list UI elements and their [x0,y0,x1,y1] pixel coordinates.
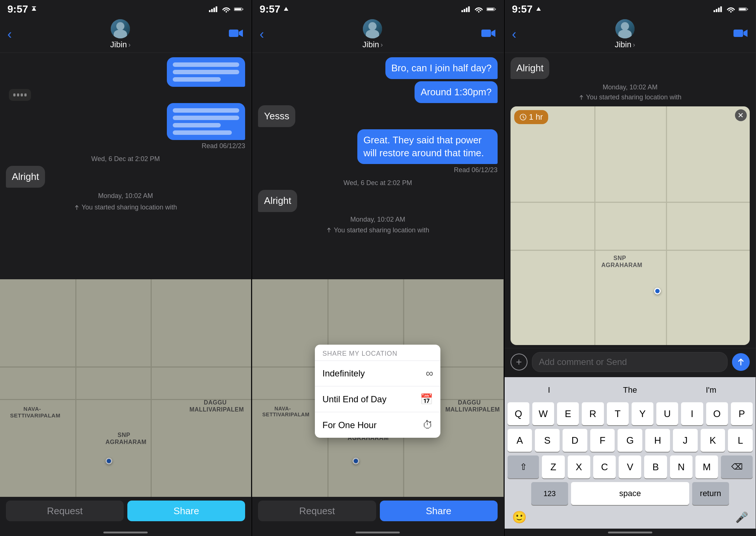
key-T[interactable]: T [607,402,629,425]
avatar-3[interactable] [615,19,635,38]
suggestion-I[interactable]: I [509,382,589,398]
key-J[interactable]: J [673,429,698,452]
back-button-2[interactable]: ‹ [260,27,264,42]
one-hour-badge[interactable]: 1 hr [514,110,548,124]
close-map-button[interactable]: ✕ [735,109,747,121]
plus-button-3[interactable]: + [511,354,528,371]
popup-item-end-of-day[interactable]: Until End of Day 📅 [315,386,440,412]
key-G[interactable]: G [618,429,642,452]
message-received-redacted-1 [6,89,245,101]
map-bg-3: SNPAGRAHARAM [511,106,750,345]
key-C[interactable]: C [593,455,616,478]
back-button-1[interactable]: ‹ [7,27,12,42]
popup-item-indefinitely[interactable]: Indefinitely ∞ [315,361,440,386]
key-A[interactable]: A [508,429,532,452]
key-X[interactable]: X [568,455,590,478]
popup-icon-indefinitely: ∞ [426,368,433,379]
popup-icon-end-of-day: 📅 [420,393,433,405]
key-Z[interactable]: Z [542,455,564,478]
request-button-1[interactable]: Request [6,501,124,521]
header-3: ‹ Jibin › [505,16,756,53]
request-button-2[interactable]: Request [258,501,376,521]
key-D[interactable]: D [563,429,587,452]
chevron-right-icon-3: › [633,41,635,49]
key-O[interactable]: O [706,402,728,425]
key-S[interactable]: S [535,429,560,452]
key-Q[interactable]: Q [508,402,529,425]
status-time-1: 9:57 [7,3,38,15]
key-B[interactable]: B [644,455,667,478]
share-button-2[interactable]: Share [380,501,498,521]
key-W[interactable]: W [532,402,554,425]
read-status-1: Read 06/12/23 [202,142,245,150]
messages-area-1: Read 06/12/23 Wed, 6 Dec at 2:02 PM Alri… [0,53,251,279]
input-placeholder-3: Add comment or Send [539,357,627,367]
send-button-3[interactable] [732,353,750,371]
popup-item-one-hour[interactable]: For One Hour ⏱ [315,412,440,438]
map-card-3[interactable]: SNPAGRAHARAM 1 hr ✕ [511,106,750,345]
svg-point-4 [226,11,227,13]
key-I[interactable]: I [681,402,703,425]
panel-1: 9:57 ‹ Jibin › [0,0,251,536]
key-123[interactable]: 123 [531,482,568,505]
svg-rect-2 [213,8,215,12]
key-E[interactable]: E [557,402,579,425]
key-M[interactable]: M [695,455,718,478]
svg-rect-21 [720,6,722,12]
home-bar-1 [103,532,148,533]
message-alright-3: Alright [511,57,750,79]
map-label-snp-3: SNPAGRAHARAM [601,255,638,269]
key-V[interactable]: V [619,455,641,478]
map-label-daggu: DAGGUMALLIVARIPALEM [189,399,241,413]
suggestion-Im[interactable]: I'm [671,382,751,398]
suggestion-The[interactable]: The [590,382,670,398]
bubble-bro: Bro, can I join half day? [385,57,498,79]
key-L[interactable]: L [728,429,753,452]
message-sent-redacted-2: Read 06/12/23 [6,103,245,150]
avatar-2[interactable] [363,19,382,38]
location-buttons-1: Request Share [0,497,251,529]
mic-key-button[interactable]: 🎤 [735,511,748,523]
contact-name-3[interactable]: Jibin › [615,40,635,49]
emoji-button[interactable]: 🙂 [512,510,527,524]
location-event-3: You started sharing location with [511,93,750,101]
key-space[interactable]: space [571,482,689,505]
key-P[interactable]: P [731,402,753,425]
key-U[interactable]: U [656,402,678,425]
key-H[interactable]: H [645,429,670,452]
share-button-1[interactable]: Share [127,501,245,521]
key-row-3: ⇧ Z X C V B N M ⌫ [508,455,753,478]
key-return[interactable]: return [692,482,729,505]
key-shift[interactable]: ⇧ [508,455,539,478]
contact-name-2[interactable]: Jibin › [362,40,383,49]
key-K[interactable]: K [701,429,725,452]
messages-area-2: Bro, can I join half day? Around 1:30pm?… [252,53,503,279]
header-1: ‹ Jibin › [0,16,251,53]
status-icons-3 [714,6,748,13]
svg-rect-20 [718,8,719,12]
back-button-3[interactable]: ‹ [512,27,516,42]
status-time-2: 9:57 [260,3,290,15]
key-R[interactable]: R [582,402,604,425]
svg-rect-12 [468,6,470,12]
input-field-3[interactable]: Add comment or Send [532,352,728,372]
key-Y[interactable]: Y [632,402,653,425]
video-button-3[interactable] [733,28,748,41]
key-N[interactable]: N [670,455,693,478]
status-icons-1 [209,6,244,13]
contact-name-1[interactable]: Jibin › [110,40,131,49]
map-label-nava: NAVA­SETTIVARIPALAM [10,406,54,419]
video-button-1[interactable] [229,28,244,41]
map-label-snp-1: SNPAGRAHARAM [106,431,142,445]
video-button-2[interactable] [481,28,496,41]
svg-rect-0 [209,10,210,12]
location-event-1: Monday, 10:02 AM [6,192,245,200]
map-label-nava-2: NAVA­SETTIVARIPALAM [262,406,303,418]
popup-header: Share My Location [315,345,440,361]
key-delete[interactable]: ⌫ [721,455,753,478]
key-F[interactable]: F [590,429,615,452]
avatar-1[interactable] [111,19,130,38]
key-row-2: A S D F G H J K L [508,429,753,452]
location-share-1: You started sharing location with [6,204,245,211]
popup-icon-one-hour: ⏱ [423,419,433,431]
